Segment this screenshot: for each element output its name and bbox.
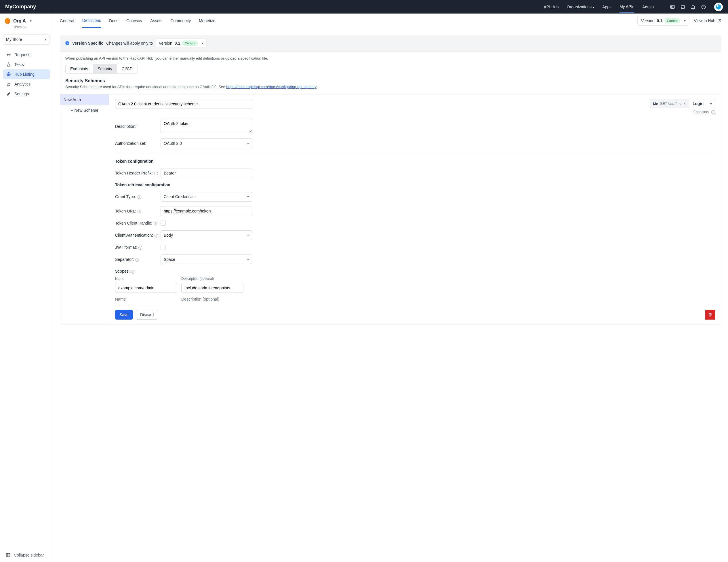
side-nav: Requests Tests Hub Listing Analytics Set…: [0, 49, 53, 100]
info-icon[interactable]: i: [711, 110, 715, 114]
svg-point-1: [671, 6, 672, 7]
add-new-scheme[interactable]: + New Scheme: [60, 105, 109, 115]
collapse-sidebar[interactable]: Collapse sidebar: [0, 548, 53, 562]
version-selector[interactable]: Version 0.1 Current ▾: [637, 16, 689, 26]
authset-select[interactable]: OAuth 2.0▾: [161, 138, 252, 148]
clientauth-value: Body: [164, 233, 173, 237]
version-label: Version: [641, 18, 655, 23]
sidebar: Org A ▾ Team A1 My Store ▾ Requests Test…: [0, 14, 53, 562]
sidenav-hub-listing[interactable]: Hub Listing: [3, 69, 50, 79]
scope-name-input[interactable]: [115, 283, 177, 293]
pencil-icon: [6, 92, 11, 96]
seg-security[interactable]: Security: [93, 64, 117, 73]
banner-title: Version Specific: [72, 41, 103, 45]
seg-endpoints[interactable]: Endpoints: [66, 64, 93, 73]
globe-icon: [6, 72, 11, 77]
endpoint-chip[interactable]: Me GET /auth/me ✕: [650, 99, 689, 108]
description-label: Description:: [115, 124, 161, 129]
grant-select[interactable]: Client Credentials▾: [161, 192, 252, 201]
sep-label: Separator:: [115, 257, 134, 262]
thp-input[interactable]: [161, 168, 252, 178]
scheme-title-input[interactable]: [115, 99, 252, 109]
scheme-new-auth[interactable]: New Auth: [60, 94, 109, 105]
help-icon[interactable]: [701, 4, 706, 9]
id-card-icon[interactable]: [670, 4, 675, 9]
chip-name: Me: [653, 102, 658, 106]
info-icon[interactable]: i: [138, 209, 141, 213]
sidenav-requests[interactable]: Requests: [3, 50, 50, 60]
nav-apps[interactable]: Apps: [602, 1, 611, 13]
discard-button[interactable]: Discard: [136, 310, 158, 320]
tab-docs[interactable]: Docs: [109, 14, 118, 27]
sidenav-label: Requests: [14, 52, 31, 57]
org-name: Org A: [13, 18, 26, 24]
delete-button[interactable]: [705, 310, 715, 320]
nav-organizations[interactable]: Organizations▾: [567, 1, 594, 13]
tab-monetize[interactable]: Monetize: [199, 14, 215, 27]
info-icon[interactable]: i: [131, 270, 135, 274]
clientauth-label: Client Authentication:: [115, 233, 153, 237]
org-switcher[interactable]: Org A ▾: [0, 14, 53, 25]
definitions-segment: Endpoints Security CI/CD: [65, 64, 138, 74]
schemes-list: New Auth + New Scheme: [60, 94, 109, 324]
tab-community[interactable]: Community: [170, 14, 191, 27]
chip-remove-icon[interactable]: ✕: [683, 102, 686, 106]
chevron-down-icon: ▾: [45, 37, 47, 41]
nav-my-apis[interactable]: My APIs: [620, 1, 634, 13]
token-config-title: Token configuration: [115, 159, 715, 163]
sidenav-tests[interactable]: Tests: [3, 60, 50, 69]
scheme-form: Me GET /auth/me ✕ Login ▾ Endpointsi: [109, 94, 721, 324]
view-in-hub-link[interactable]: View in Hub: [694, 18, 721, 23]
seg-cicd[interactable]: CI/CD: [117, 64, 137, 73]
banner-msg: Changes will apply only to: [106, 41, 153, 45]
sidenav-settings[interactable]: Settings: [3, 89, 50, 99]
info-icon[interactable]: i: [135, 258, 139, 262]
security-schemes-title: Security Schemes: [65, 78, 716, 83]
banner-version-selector[interactable]: Version 0.1 Current ▾: [156, 39, 207, 48]
tab-definitions[interactable]: Definitions: [82, 14, 101, 28]
security-schemes-desc: Security Schemes are used for APIs that …: [65, 85, 226, 89]
clientauth-select[interactable]: Body▾: [161, 230, 252, 240]
tch-label: Token Client Handle:: [115, 221, 152, 225]
grant-value: Client Credentials: [164, 194, 196, 199]
security-docs-link[interactable]: https://docs.rapidapi.com/docs/configuri…: [226, 85, 317, 89]
scope-name-header: Name: [115, 277, 177, 281]
info-icon[interactable]: i: [154, 222, 157, 225]
flask-icon: [6, 62, 11, 67]
jwt-checkbox[interactable]: [161, 245, 166, 250]
description-input[interactable]: OAuth 2 token.: [161, 119, 252, 133]
trash-icon: [708, 313, 712, 317]
scope-name-placeholder: Name: [115, 297, 177, 302]
nav-api-hub[interactable]: API Hub: [544, 1, 559, 13]
tab-general[interactable]: General: [60, 14, 74, 27]
chevron-down-icon: ▾: [30, 19, 32, 23]
login-button[interactable]: Login: [689, 99, 707, 108]
store-picker[interactable]: My Store ▾: [3, 34, 50, 45]
org-badge-icon: [5, 18, 10, 24]
sidenav-analytics[interactable]: Analytics: [3, 79, 50, 89]
bell-icon[interactable]: [691, 4, 696, 9]
tab-assets[interactable]: Assets: [150, 14, 162, 27]
tab-gateway[interactable]: Gateway: [126, 14, 142, 27]
security-schemes-header: Security Schemes Security Schemes are us…: [60, 78, 721, 91]
save-button[interactable]: Save: [115, 310, 133, 320]
scope-row: [115, 283, 715, 293]
chip-dropdown[interactable]: ▾: [707, 99, 715, 108]
sep-select[interactable]: Space▾: [161, 254, 252, 264]
avatar[interactable]: [714, 3, 723, 11]
info-icon[interactable]: i: [154, 171, 158, 175]
external-link-icon: [717, 19, 721, 23]
chevron-down-icon: ▾: [247, 141, 249, 145]
chip-method: GET: [660, 102, 667, 106]
scope-desc-input[interactable]: [181, 283, 243, 293]
sub-header: General Definitions Docs Gateway Assets …: [53, 14, 728, 28]
inbox-icon[interactable]: [680, 4, 685, 9]
chevron-down-icon: ▾: [684, 19, 686, 23]
jwt-label: JWT format:: [115, 245, 137, 249]
tokenurl-input[interactable]: [161, 206, 252, 216]
nav-admin[interactable]: Admin: [642, 1, 654, 13]
info-icon[interactable]: i: [138, 195, 141, 199]
info-icon[interactable]: i: [155, 234, 158, 237]
tch-checkbox[interactable]: [161, 220, 166, 226]
info-icon[interactable]: i: [138, 246, 142, 249]
